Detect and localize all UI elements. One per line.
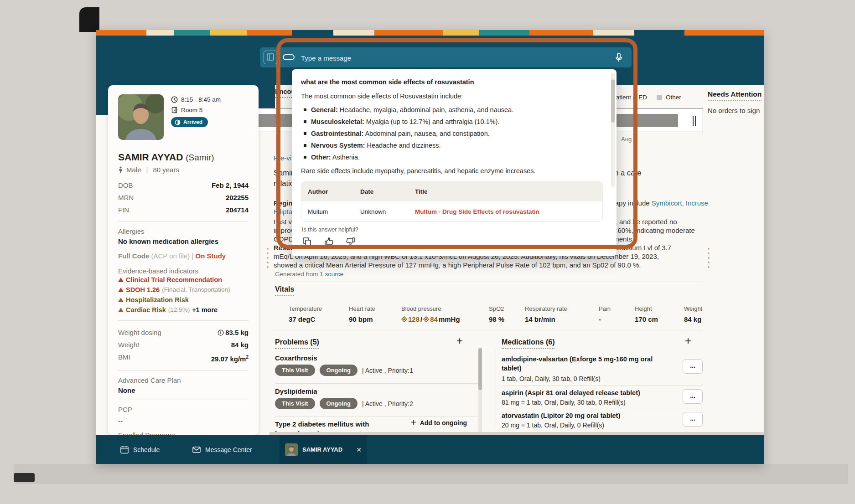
vital-blood-pressure: Blood pressure 128/84 mmHg — [401, 305, 460, 323]
needs-attention-body: No orders to sign — [708, 107, 760, 114]
source-link[interactable]: 1 source — [320, 271, 343, 278]
panel-icon — [267, 53, 274, 61]
column-divider — [494, 345, 494, 434]
patient-tab-avatar — [285, 443, 298, 456]
chat-message-input[interactable] — [300, 47, 764, 68]
problem-badges: This Visit Ongoing | Active , Priority:1 — [275, 365, 413, 376]
row-divider — [502, 408, 703, 408]
schedule-button[interactable]: Schedule — [120, 435, 160, 464]
medication-name[interactable]: aspirin (Aspir 81 oral delayed release t… — [502, 388, 671, 397]
needs-attention-heading: Needs Attention — [708, 90, 764, 101]
section-divider — [274, 330, 703, 330]
medication-link[interactable]: Ellipta — [274, 208, 292, 216]
popup-scrollbar[interactable] — [611, 73, 615, 187]
calendar-icon — [120, 445, 129, 454]
answer-intro: The most common side effects of Rosuvast… — [301, 93, 603, 100]
patient-tab[interactable]: SAMIR AYYAD ✕ — [280, 435, 367, 464]
vital-height: Height170 cm — [635, 305, 658, 323]
problem-status: | Active , Priority:1 — [362, 367, 413, 374]
add-medication-button[interactable]: + — [685, 334, 691, 347]
add-problem-button[interactable]: + — [456, 334, 463, 347]
oracle-logo-icon — [283, 54, 295, 60]
problems-scrollbar[interactable] — [478, 347, 482, 435]
thumbs-up-button[interactable] — [324, 237, 334, 248]
mrn-row: MRN202255 — [118, 191, 249, 204]
weight-dosing-row: Weight dosing83.5 kg — [118, 326, 249, 339]
bmi-row: BMI29.07 kg/m2 — [118, 351, 249, 365]
medication-menu-button[interactable]: ... — [683, 389, 703, 404]
weight-row: Weight84 kg — [118, 339, 249, 351]
appointment-time: 8:15 - 8:45 am — [181, 96, 221, 103]
clock-icon — [171, 96, 178, 103]
medication-menu-button[interactable]: ... — [683, 412, 703, 427]
laptop-frame-corner — [79, 7, 99, 32]
room-label: Room 5 — [181, 107, 202, 113]
patient-photo — [118, 94, 164, 140]
allergies-value: No known medication allergies — [118, 237, 249, 245]
vital-spo2: SpO298 % — [489, 305, 504, 323]
timeline-axis-label: Aug — [621, 136, 632, 143]
message-center-button[interactable]: Message Center — [192, 435, 252, 464]
microphone-icon[interactable] — [613, 52, 624, 63]
content-bottom-shadow — [269, 432, 764, 435]
problem-name[interactable]: Coxarthrosis — [275, 354, 317, 362]
fin-row: FIN204714 — [118, 204, 249, 216]
patient-summary-card: 8:15 - 8:45 am Room 5 Arrived SAMIR AYYA… — [108, 85, 259, 435]
patient-name: SAMIR AYYAD (Samir) — [118, 152, 249, 163]
problem-name[interactable]: Dyslipidemia — [275, 387, 317, 395]
indicator-sdoh[interactable]: SDOH 1.26(Finacial, Transportation) — [118, 285, 249, 295]
screenshot-stage: 8:15 - 8:45 am Room 5 Arrived SAMIR AYYA… — [0, 0, 855, 504]
indicator-cardiac[interactable]: Cardiac Risk(12.5%)+1 more — [118, 305, 249, 315]
source-table-header: Author Date Title — [301, 181, 602, 201]
bullet-icon — [304, 132, 306, 135]
assistant-panel-toggle-button[interactable] — [264, 51, 277, 64]
drag-handle-dots[interactable] — [708, 248, 710, 268]
medication-link[interactable]: Symbicort, Incruse — [652, 199, 708, 207]
medication-name[interactable]: atorvastatin (Lipitor 20 mg oral tablet) — [502, 411, 671, 420]
medication-menu-button[interactable]: ... — [683, 359, 703, 374]
row-divider — [502, 385, 703, 386]
thumbs-down-button[interactable] — [346, 237, 356, 248]
legend-square-icon — [657, 95, 662, 100]
copy-button[interactable] — [302, 237, 312, 248]
acp-value: None — [118, 386, 249, 394]
abnormal-diamond-icon — [401, 316, 407, 322]
on-study-link[interactable]: On Study — [196, 252, 226, 260]
answer-bullet: Other: Asthenia. — [304, 153, 603, 161]
abnormal-diamond-icon — [423, 316, 429, 322]
close-icon[interactable]: ✕ — [356, 446, 362, 453]
patient-demographics: Male|80 years — [118, 166, 249, 174]
legend-other: Other — [657, 94, 681, 101]
indicator-hospitalization[interactable]: Hospitalization Risk — [118, 295, 249, 305]
rare-side-effects-note: Rare side effects include myopathy, panc… — [301, 167, 603, 175]
user-question: what are the most common side effects of… — [301, 78, 603, 86]
section-divider — [274, 282, 703, 282]
problem-status: | Active , Priority:2 — [362, 400, 413, 407]
problems-heading: Problems (5) — [275, 338, 319, 349]
medication-details: 1 tab, Oral, Daily, 30 tab, 0 Refill(s) — [502, 375, 601, 382]
row-divider — [275, 383, 478, 384]
indicator-clinical-trial[interactable]: Clinical Trial Recommendation — [118, 275, 249, 285]
slider-right-handle[interactable] — [691, 112, 697, 129]
medication-name[interactable]: amlodipine-valsartan (Exforge 5 mg-160 m… — [502, 355, 671, 373]
vital-weight: Weight84 kg — [684, 305, 702, 323]
dob-row: DOBFeb 2, 1944 — [118, 179, 249, 191]
vital-heart-rate: Heart rate90 bpm — [349, 305, 375, 323]
ehr-app-window: 8:15 - 8:45 am Room 5 Arrived SAMIR AYYA… — [96, 30, 764, 464]
source-title-link[interactable]: Multum - Drug Side Effects of rosuvastat… — [415, 208, 602, 215]
assistant-answer-popup: what are the most common side effects of… — [292, 69, 617, 256]
problem-badges: This Visit Ongoing | Active , Priority:2 — [275, 398, 413, 409]
drag-handle-dots[interactable] — [267, 248, 269, 268]
status-badge: Arrived — [171, 117, 208, 127]
more-indicators-link[interactable]: +1 more — [192, 305, 218, 315]
assistant-chat-bar[interactable] — [260, 47, 632, 67]
bullet-icon — [304, 108, 306, 111]
source-table: Author Date Title Multum Unknown Multum … — [301, 181, 603, 222]
add-to-ongoing-button[interactable]: +Add to ongoing — [411, 417, 467, 428]
bullet-icon — [304, 156, 306, 159]
allergies-label: Allergies — [118, 227, 249, 235]
vital-temperature: Temperature37 degC — [289, 305, 322, 323]
bottom-toolbar: Schedule Message Center SAMIR AYYAD ✕ — [96, 435, 764, 464]
pcp-label: PCP — [118, 406, 249, 413]
answer-bullet: Gastrointestinal: Abdominal pain, nausea… — [304, 129, 603, 138]
